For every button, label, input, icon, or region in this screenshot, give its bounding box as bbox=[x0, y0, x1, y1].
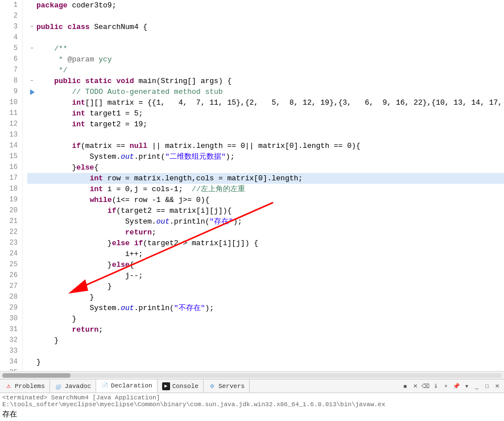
view-menu-button[interactable]: ▾ bbox=[462, 382, 471, 391]
code-line-22: return; bbox=[27, 227, 504, 238]
tab-javadoc-label: Javadoc bbox=[65, 383, 91, 390]
code-text-28: } bbox=[36, 292, 94, 303]
javadoc-icon: @ bbox=[55, 382, 63, 390]
tab-problems[interactable]: ⚠ Problems bbox=[0, 379, 50, 393]
code-text-14: if(matrix == null || matrix.length == 0|… bbox=[36, 141, 361, 151]
maximize-button[interactable]: □ bbox=[482, 382, 491, 391]
line-number-23: 23 bbox=[0, 238, 18, 249]
line-number-25: 25 bbox=[0, 259, 18, 270]
code-line-35 bbox=[27, 368, 504, 371]
code-text-23: }else if(target2 > matrix[i][j]) { bbox=[36, 238, 258, 249]
line-number-21: 21 bbox=[0, 216, 18, 227]
code-line-24: i++; bbox=[27, 249, 504, 259]
line-number-31: 31 bbox=[0, 324, 18, 335]
pin-button[interactable]: 📌 bbox=[452, 382, 461, 391]
code-text-29: System.out.println("不存在"); bbox=[36, 303, 214, 313]
tab-declaration-label: Declaration bbox=[111, 382, 152, 389]
line-number-27: 27 bbox=[0, 281, 18, 292]
line-number-12: 12 bbox=[0, 119, 18, 130]
stop-button[interactable]: ■ bbox=[400, 382, 410, 391]
line-number-2: 2 bbox=[0, 11, 18, 22]
console-area: <terminated> SearchNum4 [Java Applicatio… bbox=[0, 393, 504, 421]
code-line-17: int row = matrix.length,cols = matrix[0]… bbox=[27, 173, 504, 184]
line-number-33: 33 bbox=[0, 346, 18, 357]
line-number-10: 10 bbox=[0, 97, 18, 108]
clear-button[interactable]: ⌫ bbox=[421, 382, 430, 391]
code-line-12: int target2 = 19; bbox=[27, 119, 504, 130]
code-line-8: − public static void main(String[] args)… bbox=[27, 76, 504, 86]
problems-icon: ⚠ bbox=[5, 382, 13, 390]
code-text-19: while(i<= row -1 && j>= 0){ bbox=[36, 195, 209, 205]
code-text-6: * @param ycy bbox=[36, 54, 112, 65]
bottom-tabs: ⚠ Problems @ Javadoc 📄 Declaration ▶ Con… bbox=[0, 379, 504, 393]
collapse-icon[interactable]: − bbox=[30, 43, 33, 54]
code-text-17: int row = matrix.length,cols = matrix[0]… bbox=[36, 173, 303, 184]
tab-servers-label: Servers bbox=[218, 383, 245, 390]
code-text-12: int target2 = 19; bbox=[36, 119, 147, 130]
code-text-7: */ bbox=[36, 65, 68, 76]
close-button[interactable]: ✕ bbox=[493, 382, 502, 391]
code-line-27: } bbox=[27, 281, 504, 292]
code-text-24: i++; bbox=[36, 249, 143, 259]
tab-declaration[interactable]: 📄 Declaration bbox=[96, 379, 158, 393]
code-content[interactable]: package coder3to9;−public class SearchNu… bbox=[23, 0, 504, 371]
code-line-16: }else{ bbox=[27, 162, 504, 173]
code-line-32: } bbox=[27, 335, 504, 346]
line-number-32: 32 bbox=[0, 335, 18, 346]
tab-toolbar: ■ ✕ ⌫ ⇓ + 📌 ▾ _ □ ✕ bbox=[400, 379, 504, 393]
code-line-7: */ bbox=[27, 65, 504, 76]
code-text-11: int target1 = 5; bbox=[36, 108, 143, 119]
line-number-26: 26 bbox=[0, 270, 18, 281]
code-line-29: System.out.println("不存在"); bbox=[27, 303, 504, 313]
code-line-19: while(i<= row -1 && j>= 0){ bbox=[27, 195, 504, 205]
tab-javadoc[interactable]: @ Javadoc bbox=[50, 379, 96, 393]
tab-console-label: Console bbox=[172, 383, 199, 390]
line-number-14: 14 bbox=[0, 141, 18, 151]
code-text-10: int[][] matrix = {{1, 4, 7, 11, 15},{2, … bbox=[36, 97, 504, 108]
code-line-23: }else if(target2 > matrix[i][j]) { bbox=[27, 238, 504, 249]
line-number-5: 5 bbox=[0, 43, 18, 54]
code-container: 1234567891011121314151617181920212223242… bbox=[0, 0, 504, 371]
tab-console[interactable]: ▶ Console bbox=[158, 379, 204, 393]
code-text-3: public class SearchNum4 { bbox=[36, 22, 147, 32]
code-line-4 bbox=[27, 32, 504, 43]
line-number-29: 29 bbox=[0, 303, 18, 313]
line-number-9: 9 bbox=[0, 86, 18, 97]
code-line-20: if(target2 == matrix[i][j]){ bbox=[27, 205, 504, 216]
code-line-18: int i = 0,j = cols-1; //左上角的左重 bbox=[27, 184, 504, 195]
debug-arrow-icon bbox=[30, 89, 35, 95]
new-console-button[interactable]: + bbox=[441, 382, 451, 391]
minimize-button[interactable]: _ bbox=[472, 382, 481, 391]
code-line-5: − /** bbox=[27, 43, 504, 54]
line-number-16: 16 bbox=[0, 162, 18, 173]
collapse-icon[interactable]: − bbox=[30, 22, 33, 32]
servers-icon: ⚙ bbox=[208, 382, 216, 390]
line-number-19: 19 bbox=[0, 195, 18, 205]
code-line-1: package coder3to9; bbox=[27, 0, 504, 11]
editor-area: 1234567891011121314151617181920212223242… bbox=[0, 0, 504, 379]
scroll-track[interactable] bbox=[2, 373, 502, 378]
scroll-lock-button[interactable]: ⇓ bbox=[431, 382, 440, 391]
scroll-thumb[interactable] bbox=[2, 373, 71, 378]
code-line-26: j--; bbox=[27, 270, 504, 281]
code-text-18: int i = 0,j = cols-1; //左上角的左重 bbox=[36, 184, 245, 195]
gutter-8: − bbox=[27, 76, 36, 86]
tab-servers[interactable]: ⚙ Servers bbox=[204, 379, 250, 393]
line-number-22: 22 bbox=[0, 227, 18, 238]
code-text-20: if(target2 == matrix[i][j]){ bbox=[36, 205, 232, 216]
code-line-14: if(matrix == null || matrix.length == 0|… bbox=[27, 141, 504, 151]
horizontal-scrollbar[interactable] bbox=[0, 371, 504, 379]
code-text-27: } bbox=[36, 281, 112, 292]
code-line-6: * @param ycy bbox=[27, 54, 504, 65]
terminate-button[interactable]: ✕ bbox=[411, 382, 420, 391]
code-line-10: int[][] matrix = {{1, 4, 7, 11, 15},{2, … bbox=[27, 97, 504, 108]
code-text-30: } bbox=[36, 313, 76, 324]
code-line-9: // TODO Auto-generated method stub bbox=[27, 86, 504, 97]
code-text-22: return; bbox=[36, 227, 156, 238]
code-text-16: }else{ bbox=[36, 162, 98, 173]
code-line-13 bbox=[27, 130, 504, 141]
gutter-3: − bbox=[27, 22, 36, 32]
collapse-icon[interactable]: − bbox=[30, 76, 33, 86]
line-number-18: 18 bbox=[0, 184, 18, 195]
line-number-11: 11 bbox=[0, 108, 18, 119]
